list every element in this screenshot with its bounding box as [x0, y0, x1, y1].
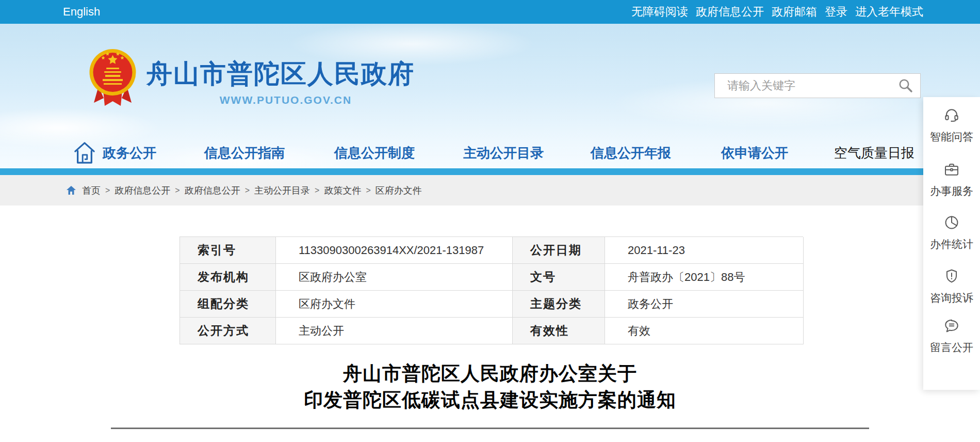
- sidebar-item-complaints[interactable]: 咨询投诉: [923, 268, 980, 305]
- nav-item-annual-report[interactable]: 信息公开年报: [591, 139, 671, 166]
- nav-item-info-system[interactable]: 信息公开制度: [334, 139, 415, 166]
- sidebar-item-label: 办件统计: [930, 237, 973, 251]
- breadcrumb: 首页 > 政府信息公开 > 政府信息公开 > 主动公开目录 > 政策文件 > 区…: [0, 175, 923, 206]
- meta-value-open-mode: 主动公开: [276, 318, 513, 344]
- site-title: 舟山市普陀区人民政府: [146, 57, 425, 91]
- topbar-link-accessibility[interactable]: 无障碍阅读: [631, 4, 688, 20]
- meta-value-doc-number: 舟普政办〔2021〕88号: [605, 264, 804, 291]
- meta-label-open-mode: 公开方式: [180, 318, 276, 344]
- nav-item-apply-open[interactable]: 依申请公开: [721, 139, 788, 166]
- nav-label: 主动公开目录: [463, 144, 544, 162]
- briefcase-icon: [943, 161, 960, 178]
- doc-meta-table: 索引号 1133090300263914XX/2021-131987 公开日期 …: [179, 236, 803, 344]
- search-input[interactable]: [715, 74, 897, 98]
- breadcrumb-item-district-files[interactable]: 区府办文件: [375, 184, 422, 197]
- header: 舟山市普陀区人民政府 WWW.PUTUO.GOV.CN: [0, 24, 980, 168]
- meta-label-doc-number: 文号: [513, 264, 605, 291]
- meta-label-validity: 有效性: [513, 318, 605, 344]
- sidebar-item-case-stats[interactable]: 办件统计: [923, 214, 980, 251]
- sidebar-item-label: 留言公开: [930, 340, 973, 355]
- breadcrumb-separator: >: [105, 186, 110, 195]
- breadcrumb-separator: >: [175, 186, 179, 195]
- divider-stripe: [0, 168, 923, 175]
- home-icon: [74, 141, 95, 165]
- nav-label: 信息公开指南: [204, 144, 285, 162]
- topbar-link-gov-info[interactable]: 政府信息公开: [696, 4, 764, 20]
- topbar-link-gov-mail[interactable]: 政府邮箱: [772, 4, 817, 20]
- topbar: English 无障碍阅读 政府信息公开 政府邮箱 登录 进入老年模式: [0, 0, 980, 24]
- sidebar-item-label: 咨询投诉: [930, 291, 973, 305]
- breadcrumb-item-gov-info-2[interactable]: 政府信息公开: [185, 184, 240, 197]
- nav-label: 空气质量日报: [834, 144, 914, 162]
- meta-value-group-category: 区府办文件: [276, 291, 513, 318]
- meta-label-theme-category: 主题分类: [513, 291, 605, 318]
- document-title: 舟山市普陀区人民政府办公室关于 印发普陀区低碳试点县建设实施方案的通知: [111, 360, 869, 413]
- document-title-line2: 印发普陀区低碳试点县建设实施方案的通知: [111, 387, 869, 413]
- sidebar-item-smart-qa[interactable]: 智能问答: [923, 107, 980, 144]
- nav-label: 依申请公开: [721, 144, 788, 162]
- nav-item-info-guide[interactable]: 信息公开指南: [204, 139, 285, 166]
- meta-value-issuer: 区政府办公室: [276, 264, 513, 291]
- shield-alert-icon: [943, 268, 960, 285]
- main-nav: 政务公开 信息公开指南 信息公开制度 主动公开目录 信息公开年报 依申请公开 空…: [0, 139, 923, 166]
- breadcrumb-item-gov-info[interactable]: 政府信息公开: [115, 184, 170, 197]
- sidebar-item-services[interactable]: 办事服务: [923, 161, 980, 198]
- nav-label: 信息公开年报: [591, 144, 671, 162]
- national-emblem-logo: [88, 46, 137, 108]
- page: English 无障碍阅读 政府信息公开 政府邮箱 登录 进入老年模式: [0, 0, 980, 442]
- meta-label-index: 索引号: [180, 237, 276, 264]
- sidebar-item-label: 智能问答: [930, 130, 973, 144]
- language-link[interactable]: English: [63, 0, 100, 24]
- meta-label-group-category: 组配分类: [180, 291, 276, 318]
- nav-item-air-quality[interactable]: 空气质量日报: [834, 139, 914, 166]
- nav-label: 信息公开制度: [334, 144, 415, 162]
- document-title-line1: 舟山市普陀区人民政府办公室关于: [111, 360, 869, 387]
- meta-value-pub-date: 2021-11-23: [605, 237, 804, 264]
- meta-label-pub-date: 公开日期: [513, 237, 605, 264]
- breadcrumb-separator: >: [366, 186, 370, 195]
- headset-icon: [943, 107, 960, 123]
- nav-item-gov-open[interactable]: 政务公开: [74, 139, 156, 166]
- quick-sidebar: 智能问答 办事服务 办件统计: [923, 97, 980, 390]
- topbar-link-login[interactable]: 登录: [825, 4, 847, 20]
- pie-chart-icon: [943, 214, 960, 231]
- topbar-links: 无障碍阅读 政府信息公开 政府邮箱 登录 进入老年模式: [631, 0, 923, 24]
- meta-value-index: 1133090300263914XX/2021-131987: [276, 237, 513, 264]
- topbar-link-elder-mode[interactable]: 进入老年模式: [855, 4, 923, 20]
- search-icon[interactable]: [897, 77, 914, 94]
- sidebar-item-public-messages[interactable]: 留言公开: [923, 318, 980, 355]
- breadcrumb-item-active-catalog[interactable]: 主动公开目录: [254, 184, 310, 197]
- breadcrumb-item-home[interactable]: 首页: [82, 184, 101, 197]
- nav-label: 政务公开: [103, 144, 156, 162]
- breadcrumb-separator: >: [245, 186, 250, 195]
- breadcrumb-item-policy-files[interactable]: 政策文件: [324, 184, 361, 197]
- divider-line: [111, 428, 869, 429]
- speech-bubble-icon: [943, 318, 960, 334]
- breadcrumb-home-icon: [66, 185, 76, 195]
- search-box: [714, 73, 921, 98]
- sidebar-item-label: 办事服务: [930, 184, 973, 198]
- meta-label-issuer: 发布机构: [180, 264, 276, 291]
- meta-value-theme-category: 政务公开: [605, 291, 804, 318]
- meta-value-validity: 有效: [605, 318, 804, 344]
- breadcrumb-separator: >: [315, 186, 319, 195]
- nav-item-active-catalog[interactable]: 主动公开目录: [463, 139, 544, 166]
- site-url: WWW.PUTUO.GOV.CN: [146, 94, 425, 106]
